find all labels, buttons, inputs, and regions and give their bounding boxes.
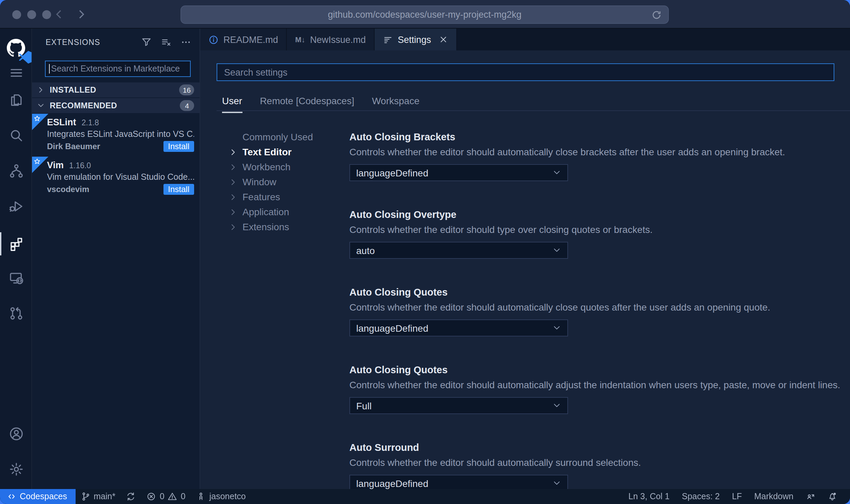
- extension-version: 2.1.8: [82, 119, 99, 127]
- toc-label: Workbench: [242, 161, 290, 172]
- close-window-button[interactable]: [12, 10, 21, 19]
- settings-search-input[interactable]: Search settings: [217, 63, 834, 81]
- activity-item-explorer[interactable]: [0, 88, 32, 112]
- status-label: main*: [94, 492, 115, 501]
- sync-icon: [126, 492, 136, 501]
- settings-editor: Search settings UserRemote [Codespaces]W…: [200, 50, 850, 489]
- toc-label: Extensions: [242, 221, 289, 232]
- active-indicator: [0, 232, 1, 255]
- toc-label: Window: [242, 176, 277, 187]
- setting-dropdown[interactable]: Full: [349, 397, 568, 414]
- extension-author: Dirk Baeumer: [47, 142, 100, 151]
- install-button[interactable]: Install: [163, 141, 194, 152]
- setting-row: Auto Closing BracketsControls whether th…: [349, 131, 843, 181]
- activity-item-settings-gear[interactable]: [0, 457, 32, 482]
- tab-strip: README.mdM↓NewIssue.mdSettings: [200, 29, 850, 50]
- window-controls: [12, 10, 51, 19]
- extension-title-row: Vim1.16.0: [47, 160, 194, 170]
- status-label: Markdown: [754, 492, 793, 501]
- clear-list-icon[interactable]: [161, 37, 172, 48]
- account-icon: [9, 426, 23, 441]
- extension-title-row: ESLint2.1.8: [47, 117, 194, 127]
- activity-item-account[interactable]: [0, 422, 32, 446]
- status-notifications[interactable]: [821, 489, 843, 504]
- status-sync[interactable]: [121, 489, 141, 504]
- status-codespaces[interactable]: Codespaces: [0, 489, 75, 504]
- toc-item-extensions[interactable]: Extensions: [229, 219, 349, 234]
- status-feedback[interactable]: [800, 489, 821, 504]
- section-recommended[interactable]: RECOMMENDED4: [32, 98, 200, 113]
- tab-newissue-md[interactable]: M↓NewIssue.md: [287, 29, 375, 50]
- activity-item-remote-explorer[interactable]: [0, 266, 32, 290]
- dropdown-value: languageDefined: [356, 478, 428, 489]
- extension-card[interactable]: ESLint2.1.8Integrates ESLint JavaScript …: [32, 114, 200, 157]
- error-icon: [147, 492, 156, 501]
- setting-dropdown[interactable]: languageDefined: [349, 164, 568, 181]
- tab-settings[interactable]: Settings: [375, 29, 457, 50]
- toc-item-text-editor[interactable]: Text Editor: [229, 144, 349, 159]
- setting-description: Controls whether the editor should type …: [349, 223, 843, 236]
- setting-description: Controls whether the editor should autom…: [349, 146, 843, 159]
- tab-readme-md[interactable]: README.md: [200, 29, 287, 50]
- reload-icon[interactable]: [651, 10, 662, 20]
- status-user[interactable]: jasonetco: [191, 489, 251, 504]
- toc-item-commonly-used[interactable]: Commonly Used: [229, 129, 349, 144]
- screen: github.com/codespaces/user-my-project-mg…: [0, 0, 850, 504]
- status-branch[interactable]: main*: [75, 489, 121, 504]
- recommended-ribbon: [32, 114, 48, 130]
- warning-icon: [168, 492, 177, 501]
- zoom-window-button[interactable]: [42, 10, 51, 19]
- activity-item-pull-requests[interactable]: [0, 301, 32, 326]
- back-icon[interactable]: [52, 7, 67, 22]
- chevron-right-icon: [37, 86, 45, 94]
- extension-meta-row: vscodevimInstall: [47, 184, 194, 195]
- tab-label: NewIssue.md: [310, 34, 366, 45]
- filter-icon[interactable]: [141, 37, 152, 48]
- extension-meta-row: Dirk BaeumerInstall: [47, 141, 194, 152]
- status-indentation[interactable]: Spaces: 2: [676, 489, 726, 504]
- chevron-down-icon: [552, 479, 561, 488]
- toc-item-workbench[interactable]: Workbench: [229, 159, 349, 174]
- feedback-icon: [806, 492, 815, 501]
- forward-icon[interactable]: [74, 7, 89, 22]
- dropdown-value: Full: [356, 400, 372, 411]
- toc-item-window[interactable]: Window: [229, 174, 349, 189]
- toc-label: Text Editor: [242, 146, 292, 157]
- files-icon: [9, 93, 23, 108]
- activity-item-search[interactable]: [0, 123, 32, 148]
- status-problems[interactable]: 00: [141, 489, 191, 504]
- setting-dropdown[interactable]: languageDefined: [349, 319, 568, 336]
- extensions-search-input[interactable]: Search Extensions in Marketplace: [45, 61, 191, 77]
- setting-dropdown[interactable]: auto: [349, 242, 568, 259]
- setting-title: Auto Closing Quotes: [349, 286, 843, 298]
- status-cursor-position[interactable]: Ln 3, Col 1: [622, 489, 676, 504]
- ellipsis-icon[interactable]: [180, 37, 191, 48]
- status-label: jasonetco: [209, 492, 246, 501]
- install-button[interactable]: Install: [163, 184, 194, 195]
- github-logo-icon: [7, 38, 25, 57]
- setting-dropdown[interactable]: languageDefined: [349, 475, 568, 489]
- activity-item-github-home[interactable]: [0, 35, 32, 60]
- toc-item-application[interactable]: Application: [229, 204, 349, 219]
- status-language-mode[interactable]: Markdown: [748, 489, 800, 504]
- extension-name: ESLint: [47, 117, 76, 127]
- address-bar[interactable]: github.com/codespaces/user-my-project-mg…: [180, 5, 669, 24]
- status-eol[interactable]: LF: [726, 489, 748, 504]
- activity-item-extensions[interactable]: [0, 232, 32, 256]
- extension-card[interactable]: Vim1.16.0Vim emulation for Visual Studio…: [32, 157, 200, 200]
- setting-title: Auto Closing Brackets: [349, 131, 843, 143]
- activity-item-source-control[interactable]: [0, 159, 32, 183]
- minimize-window-button[interactable]: [27, 10, 36, 19]
- status-label: Spaces: 2: [682, 492, 720, 501]
- chevron-right-icon: [229, 162, 238, 171]
- activity-item-menu[interactable]: [0, 61, 32, 85]
- section-installed[interactable]: INSTALLED16: [32, 82, 200, 97]
- activity-item-run-debug[interactable]: [0, 194, 32, 219]
- toc-item-features[interactable]: Features: [229, 189, 349, 204]
- status-bar-left: Codespacesmain*00jasonetco: [0, 489, 251, 504]
- extensions-search-placeholder: Search Extensions in Marketplace: [51, 64, 180, 74]
- dropdown-value: languageDefined: [356, 167, 428, 178]
- close-icon[interactable]: [439, 35, 448, 44]
- pull-request-icon: [9, 306, 23, 321]
- setting-row: Auto Closing QuotesControls whether the …: [349, 364, 843, 414]
